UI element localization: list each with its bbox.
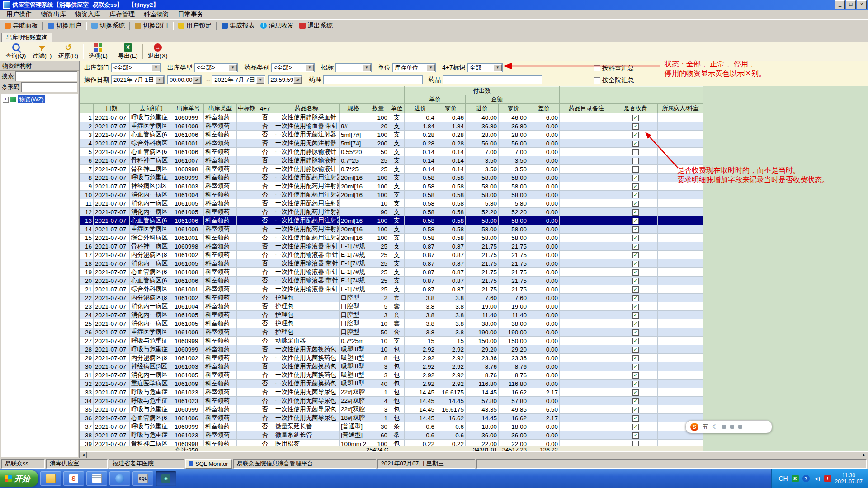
table-row[interactable]: 152021-07-07综合外科病区1061001科室领药否一次性使用配药用注射… <box>80 234 703 242</box>
table-row[interactable]: 292021-07-07内分泌病区(81061002科室领药否一次性使用无菌换药… <box>80 354 703 362</box>
table-row[interactable]: 332021-07-07呼吸与危重症1061023科室领药否一次性使用无菌导尿包… <box>80 388 703 397</box>
charge-checkbox[interactable] <box>632 355 639 361</box>
tab-outbound-detail-query[interactable]: 出库明细账查询 <box>1 33 52 42</box>
charge-checkbox[interactable] <box>632 347 639 353</box>
charge-checkbox[interactable] <box>632 364 639 370</box>
charge-checkbox[interactable] <box>632 415 639 422</box>
charge-checkbox[interactable] <box>632 141 639 147</box>
column-header[interactable] <box>80 104 94 113</box>
charge-checkbox[interactable] <box>632 398 639 404</box>
speaker-icon[interactable]: ◄) <box>813 475 821 482</box>
exit-system-button[interactable]: 退出系统 <box>297 21 335 31</box>
column-header[interactable]: 是否收费 <box>613 104 658 113</box>
column-header[interactable]: 4+7 <box>256 104 274 113</box>
column-header[interactable]: 差价 <box>528 104 560 113</box>
date-from-dropdown[interactable]: 2021年 7月 1日 <box>111 75 165 84</box>
column-header[interactable]: 进价 <box>466 104 499 113</box>
table-row[interactable]: 202021-07-07心血管病区(61061006科室领药否一次性使用输液器 … <box>80 277 703 285</box>
column-header[interactable]: 零价 <box>499 104 528 113</box>
charge-checkbox[interactable] <box>632 158 639 164</box>
table-row[interactable]: 192021-07-07心血管病区(61061008科室领药否一次性使用输液器 … <box>80 268 703 277</box>
start-button[interactable]: 开始 <box>0 470 38 487</box>
table-row[interactable]: 172021-07-07内分泌病区(81061002科室领药否一次性使用输液器 … <box>80 251 703 259</box>
taskbar-capture-button[interactable]: ◉ <box>156 471 176 486</box>
column-header[interactable]: 进价 <box>405 104 436 113</box>
switch-system-button[interactable]: 切换系统 <box>89 21 127 31</box>
query-button[interactable]: 查询(Q) <box>3 42 29 61</box>
table-row[interactable]: 372021-07-07呼吸与危重症1060999科室领药否微量泵延长管[普通型… <box>80 422 703 431</box>
filter-button[interactable]: 过滤(F) <box>29 42 55 61</box>
table-row[interactable]: 142021-07-07重症医学病区1061009科室领药否一次性使用配药用注射… <box>80 225 703 234</box>
charge-checkbox[interactable] <box>632 424 639 430</box>
charge-checkbox[interactable] <box>632 338 639 344</box>
by-dept-checkbox[interactable]: 按科室汇总 <box>594 64 634 72</box>
charge-checkbox[interactable] <box>632 115 639 121</box>
column-header[interactable]: 出库类型 <box>204 104 237 113</box>
column-header[interactable]: 出库单号 <box>173 104 204 113</box>
table-row[interactable]: 232021-07-07消化内一病区1061004科室领药否护理包口腔型5套3.… <box>80 302 703 311</box>
security-shield-icon[interactable]: ! <box>824 475 831 482</box>
table-row[interactable]: 252021-07-07消化内一病区1061005科室领药否护理包口腔型10套3… <box>80 319 703 328</box>
charge-checkbox[interactable] <box>632 192 639 198</box>
charge-checkbox[interactable] <box>632 432 639 439</box>
exit-button[interactable]: →退出(X) <box>145 42 171 61</box>
table-row[interactable]: 72021-07-07骨科神二病区1060998科室领药否一次性使用静脉输液针0… <box>80 165 703 174</box>
barcode-input[interactable] <box>21 82 77 92</box>
charge-checkbox[interactable] <box>632 209 639 216</box>
dept-filter-dropdown[interactable]: <全部> <box>111 63 161 72</box>
table-row[interactable]: 32021-07-07心血管病区(61061006科室领药否一次性使用无菌注射器… <box>80 131 703 139</box>
scroll-left-arrow-icon[interactable]: ◀ <box>80 452 87 458</box>
scroll-right-arrow-icon[interactable]: ▶ <box>861 452 868 458</box>
table-row[interactable]: 322021-07-07重症医学病区1061009科室领药否一次性使用无菌换药包… <box>80 380 703 388</box>
drug-input[interactable] <box>443 75 542 84</box>
restore-button[interactable]: ↺还原(R) <box>55 42 81 61</box>
table-row[interactable]: 362021-07-07心血管病区(61061006科室领药否一次性使用无菌导尿… <box>80 414 703 422</box>
table-row[interactable]: 382021-07-07呼吸与危重症1061023科室领药否微量泵延长管[普通型… <box>80 431 703 440</box>
column-header[interactable]: 规格 <box>340 104 367 113</box>
ime-toolbar[interactable]: S 五 ☾ <box>685 420 772 433</box>
nav-panel-button[interactable]: 导航面板 <box>2 21 41 31</box>
charge-checkbox[interactable] <box>632 235 639 241</box>
table-row[interactable]: 342021-07-07呼吸与危重症1061023科室领药否一次性使用无菌导尿包… <box>80 397 703 405</box>
table-row[interactable]: 222021-07-07内分泌病区(81061002科室领药否护理包口腔型2套3… <box>80 294 703 302</box>
tray-sogou-icon[interactable]: S <box>792 475 799 482</box>
table-row[interactable]: 102021-07-07消化内一病区1061004科室领药否一次性使用配药用注射… <box>80 191 703 199</box>
table-row[interactable]: 272021-07-07呼吸与危重症1060999科室领药否动脉采血器0.7*2… <box>80 337 703 345</box>
bid-filter-dropdown[interactable] <box>335 63 372 72</box>
drugcat-filter-dropdown[interactable]: <全部> <box>271 63 315 72</box>
charge-checkbox[interactable] <box>632 278 639 284</box>
charge-checkbox[interactable] <box>632 201 639 207</box>
table-row[interactable]: 42021-07-07综合外科病区1061001科室领药否一次性使用无菌注射器5… <box>80 139 703 148</box>
menu-inbound[interactable]: 物资入库 <box>71 10 105 19</box>
charge-checkbox[interactable] <box>632 372 639 379</box>
charge-checkbox[interactable] <box>632 244 639 250</box>
charge-checkbox[interactable] <box>632 149 639 155</box>
table-row[interactable]: 22021-07-07重症医学病区1061009科室领药否一次性使用输血器 带针… <box>80 122 703 131</box>
search-input[interactable] <box>15 71 77 81</box>
charge-checkbox[interactable] <box>632 166 639 173</box>
charge-checkbox[interactable] <box>632 329 639 336</box>
sql-monitor-window[interactable]: SQL Monitor <box>185 459 232 469</box>
charge-checkbox[interactable] <box>632 269 639 276</box>
table-row[interactable]: 92021-07-07神经病区(3区1061003科室领药否一次性使用配药用注射… <box>80 182 703 191</box>
date-to-dropdown[interactable]: 2021年 7月 7日 <box>212 75 265 84</box>
charge-checkbox[interactable] <box>632 132 639 138</box>
table-row[interactable]: 262021-07-07重症医学病区1061009科室领药否护理包口腔型50套3… <box>80 328 703 337</box>
tray-help-icon[interactable]: ? <box>802 475 810 482</box>
export-button[interactable]: X导出(E) <box>115 42 141 61</box>
charge-checkbox[interactable] <box>632 218 639 224</box>
close-button[interactable]: × <box>857 0 867 9</box>
charge-checkbox[interactable] <box>632 304 639 310</box>
by-hospital-checkbox[interactable]: 按全院汇总 <box>594 76 634 84</box>
charge-checkbox[interactable] <box>632 312 639 319</box>
taskbar-folder-button[interactable] <box>40 471 61 486</box>
pharm-input[interactable] <box>323 75 423 84</box>
menu-daily[interactable]: 日常事务 <box>174 10 208 19</box>
charge-checkbox[interactable] <box>632 123 639 130</box>
minimize-button[interactable]: _ <box>835 0 845 9</box>
switch-user-button[interactable]: 切换用户 <box>45 21 84 31</box>
table-row[interactable]: 122021-07-07消化内一病区1061005科室领药否一次性使用配药用注射… <box>80 208 703 216</box>
column-header[interactable]: 中标期 <box>237 104 256 113</box>
menu-inventory[interactable]: 库存管理 <box>105 10 139 19</box>
taskbar-clock[interactable]: 11:30 2021-07-07 <box>835 472 863 485</box>
